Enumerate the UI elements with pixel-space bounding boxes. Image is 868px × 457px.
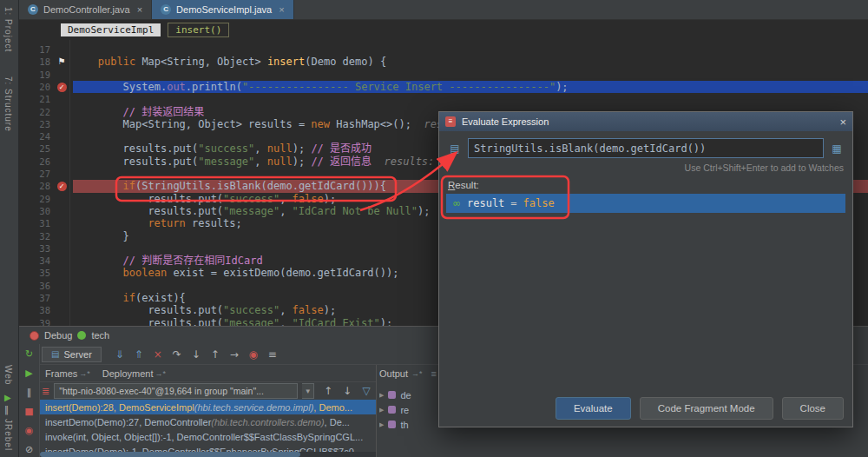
gutter[interactable] [54,168,69,180]
horizontal-scrollbar[interactable] [40,452,376,457]
gutter[interactable] [54,242,69,255]
line-number[interactable]: 34 [19,255,50,267]
stop-icon[interactable]: × [148,348,168,361]
dialog-title-bar[interactable]: ≡ Evaluate Expression × [439,112,852,131]
pause-icon[interactable]: ‖ [27,387,32,398]
pause-icon[interactable]: ‖ [4,405,9,414]
breadcrumb-method[interactable]: insert() [168,23,229,37]
gutter[interactable] [54,230,69,242]
code-line-20[interactable]: 20✓System.out.println("---------------- … [19,81,868,93]
gutter[interactable] [54,255,69,267]
breakpoint-icon[interactable]: ✓ [57,83,67,92]
gutter[interactable] [54,93,69,105]
view-breakpoints-icon[interactable]: ◉ [244,348,263,361]
gutter[interactable] [54,142,69,155]
panel-divider[interactable] [376,365,377,457]
line-number[interactable]: 22 [19,106,50,118]
next-frame-icon[interactable]: ↓ [338,385,357,397]
filter-frames-icon[interactable]: ▽ [357,385,376,397]
gutter[interactable] [54,280,69,292]
update-application-icon[interactable]: ⇓ [110,348,129,361]
code-line-21[interactable]: 21 [19,93,868,105]
expand-chevron-icon[interactable]: ▶ [379,407,384,414]
line-number[interactable]: 20 [19,81,50,93]
run-to-cursor-icon[interactable]: → [225,348,244,361]
step-over-icon[interactable]: ↷ [168,348,187,361]
tool-button-jrebel[interactable]: JRebel [3,419,13,451]
line-number[interactable]: 38 [19,304,50,316]
code-line-17[interactable]: 17 [19,43,868,56]
line-number[interactable]: 33 [19,242,50,255]
rerun-icon[interactable]: ↻ [25,348,33,360]
gutter[interactable] [54,304,69,316]
stack-frame-row[interactable]: insertDemo(Demo):27, DemoController (hbi… [40,414,376,429]
line-number[interactable]: 18 [19,56,50,68]
breadcrumb-class[interactable]: DemoServiceImpl [61,23,161,36]
gutter[interactable] [54,317,69,326]
line-number[interactable]: 37 [19,292,50,304]
expand-chevron-icon[interactable]: ▶ [379,421,384,428]
code-line-18[interactable]: 18⚑public Map<String, Object> insert(Dem… [19,56,868,68]
tab-demoserviceimpl[interactable]: C DemoServiceImpl.java × [152,0,293,19]
mute-breakpoints-icon[interactable]: ⊘ [25,444,33,455]
tab-output[interactable]: Output →* ≡ [379,365,437,382]
prev-frame-icon[interactable]: ↑ [319,385,338,397]
line-number[interactable]: 26 [19,156,50,168]
stack-frame-row[interactable]: insert(Demo):28, DemoServiceImpl (hbi.te… [40,400,376,414]
gutter[interactable] [54,130,69,142]
result-row[interactable]: ∞ result = false [446,194,845,213]
line-number[interactable]: 30 [19,205,50,217]
close-tab-icon[interactable]: × [279,4,284,15]
line-number[interactable]: 25 [19,142,50,155]
expand-chevron-icon[interactable]: ▶ [379,392,384,399]
line-number[interactable]: 17 [19,43,50,56]
run-icon[interactable]: ▶ [4,393,11,402]
upload-icon[interactable]: ⇑ [129,348,148,361]
gutter[interactable] [54,267,69,279]
thread-combobox[interactable]: "http-nio-8080-exec-40"@19,664 in group … [54,383,298,399]
line-number[interactable]: 29 [19,193,50,205]
gutter[interactable] [54,205,69,217]
gutter[interactable] [54,106,69,118]
gutter[interactable]: ✓ [54,81,69,93]
line-number[interactable]: 35 [19,267,50,279]
line-number[interactable]: 24 [19,130,50,142]
close-button[interactable]: Close [782,397,844,420]
stop-icon[interactable]: ■ [24,406,33,417]
line-number[interactable]: 36 [19,280,50,292]
gutter[interactable]: ⚑ [54,56,69,68]
line-number[interactable]: 21 [19,93,50,105]
line-number[interactable]: 19 [19,69,50,81]
tab-server[interactable]: ▤ Server [42,347,102,362]
console-menu-icon[interactable]: ≡ [431,368,437,379]
scrollbar-thumb[interactable] [40,452,300,457]
gutter[interactable] [54,156,69,168]
expression-input[interactable]: StringUtils.isBlank(demo.getIdCard()) [468,138,824,158]
tab-democontroller[interactable]: C DemoController.java × [19,0,152,19]
code-fragment-mode-button[interactable]: Code Fragment Mode [640,397,773,420]
gutter[interactable] [54,69,69,81]
settings-icon[interactable]: ≡ [263,348,282,361]
stack-frames-list[interactable]: insert(Demo):28, DemoServiceImpl (hbi.te… [40,400,376,452]
line-number[interactable]: 27 [19,168,50,180]
combo-dropdown-icon[interactable]: ▼ [302,383,314,399]
gutter[interactable] [54,292,69,304]
line-number[interactable]: 39 [19,317,50,326]
tool-button-web[interactable]: Web [3,365,13,385]
close-tab-icon[interactable]: × [137,4,142,15]
gutter[interactable] [54,217,69,229]
line-number[interactable]: 31 [19,217,50,229]
line-number[interactable]: 28 [19,180,50,192]
session-name[interactable]: tech [91,330,109,341]
tool-button-structure[interactable]: 7: Structure [3,76,13,132]
evaluate-button[interactable]: Evaluate [556,397,631,420]
tool-button-project[interactable]: 1: Project [3,7,13,52]
resume-icon[interactable]: ▶ [25,368,32,379]
expand-editor-icon[interactable]: ▦ [828,140,845,157]
code-line-19[interactable]: 19 [19,69,868,81]
tab-deployment[interactable]: Deployment →* [99,368,169,379]
stack-frame-row[interactable]: invoke(int, Object, Object[]):-1, DemoCo… [40,429,376,444]
gutter[interactable] [54,193,69,205]
step-into-icon[interactable]: ↓ [187,348,206,361]
line-number[interactable]: 23 [19,118,50,130]
